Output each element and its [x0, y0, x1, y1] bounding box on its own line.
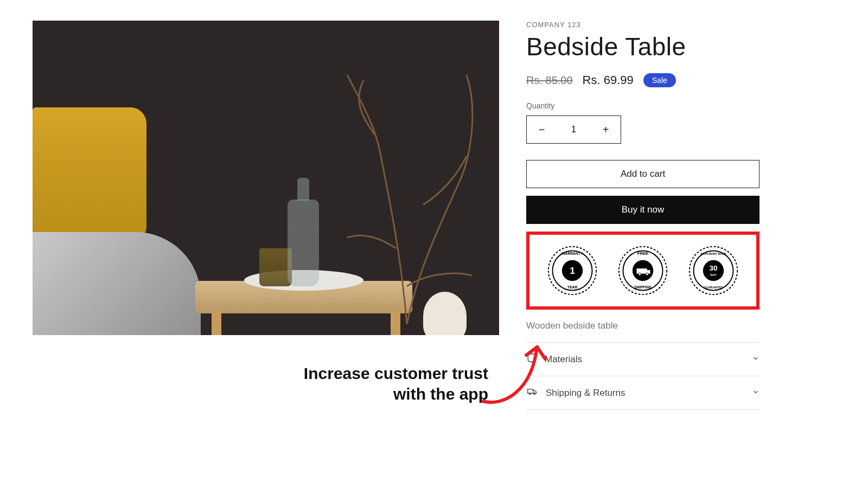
svg-text:30: 30 — [710, 264, 718, 272]
buy-now-button[interactable]: Buy it now — [526, 196, 760, 224]
svg-text:WARRANTY: WARRANTY — [562, 252, 583, 255]
svg-point-23 — [529, 393, 531, 395]
svg-text:YEAR: YEAR — [567, 285, 578, 289]
svg-text:FREE: FREE — [637, 251, 648, 256]
marketing-annotation: Increase customer trust with the app — [233, 363, 488, 404]
free-shipping-badge-icon: FREE SHIPPING — [617, 245, 669, 297]
svg-text:SHIPPING: SHIPPING — [634, 285, 652, 289]
price-compare: Rs. 85.00 — [526, 74, 573, 87]
svg-rect-10 — [636, 268, 647, 274]
product-title: Bedside Table — [526, 32, 760, 61]
product-image — [33, 21, 499, 335]
svg-text:100% MONY BACK: 100% MONY BACK — [700, 252, 726, 255]
accordion-shipping[interactable]: Shipping & Returns — [526, 376, 760, 410]
accordion-materials[interactable]: Materials — [526, 342, 760, 376]
add-to-cart-button[interactable]: Add to cart — [526, 160, 760, 188]
svg-point-13 — [646, 273, 648, 275]
svg-text:DAY: DAY — [710, 273, 717, 277]
accordion-label: Materials — [545, 354, 582, 365]
svg-text:1: 1 — [570, 265, 575, 276]
accordion-label: Shipping & Returns — [546, 388, 625, 399]
leather-icon — [526, 352, 537, 366]
svg-point-24 — [534, 393, 535, 395]
money-back-badge-icon: 100% MONY BACK 30 DAY GUARANTEE — [687, 245, 739, 297]
quantity-stepper[interactable]: − 1 + — [526, 115, 621, 144]
price-row: Rs. 85.00 Rs. 69.99 Sale — [526, 73, 760, 87]
svg-text:GUARANTEE: GUARANTEE — [704, 286, 724, 289]
quantity-value: 1 — [557, 125, 591, 134]
warranty-badge-icon: WARRANTY 1 YEAR — [546, 245, 598, 297]
quantity-decrease-button[interactable]: − — [527, 116, 557, 143]
quantity-label: Quantity — [526, 101, 760, 110]
chevron-down-icon — [752, 354, 760, 365]
svg-point-12 — [639, 273, 641, 275]
price-current: Rs. 69.99 — [583, 73, 634, 87]
chevron-down-icon — [752, 388, 760, 399]
sale-badge: Sale — [643, 73, 676, 87]
truck-icon — [526, 386, 538, 400]
trust-badges-box: WARRANTY 1 YEAR FREE SHIPPING — [526, 232, 760, 310]
quantity-increase-button[interactable]: + — [591, 116, 621, 143]
vendor-label: COMPANY 123 — [526, 21, 760, 29]
product-description: Wooden bedside table — [526, 320, 760, 331]
product-details: COMPANY 123 Bedside Table Rs. 85.00 Rs. … — [526, 21, 760, 410]
